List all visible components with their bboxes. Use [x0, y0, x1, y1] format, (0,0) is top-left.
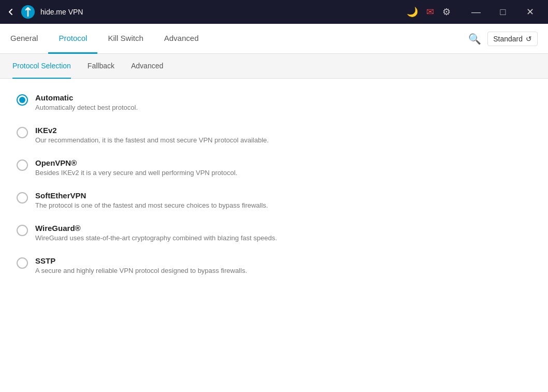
mail-icon[interactable]: ✉: [426, 6, 434, 18]
minimize-button[interactable]: —: [464, 0, 488, 24]
titlebar: hide.me VPN 🌙 ✉ ⚙ — □ ✕: [0, 0, 548, 24]
protocol-desc-automatic: Automatically detect best protocol.: [35, 104, 138, 111]
settings-icon[interactable]: ⚙: [442, 6, 451, 18]
protocol-option-ikev2[interactable]: IKEv2 Our recommendation, it is the fast…: [17, 126, 531, 144]
preset-selector[interactable]: Standard ↺: [487, 32, 538, 46]
titlebar-icons: 🌙 ✉ ⚙: [407, 6, 451, 18]
window-controls: — □ ✕: [464, 0, 542, 24]
protocol-option-openvpn[interactable]: OpenVPN® Besides IKEv2 it is a very secu…: [17, 158, 531, 177]
tab-kill-switch[interactable]: Kill Switch: [97, 24, 153, 54]
protocol-option-wireguard[interactable]: WireGuard® WireGuard uses state-of-the-a…: [17, 224, 531, 242]
close-button[interactable]: ✕: [518, 0, 542, 24]
protocol-desc-openvpn: Besides IKEv2 it is a very secure and we…: [35, 169, 237, 177]
subtab-fallback[interactable]: Fallback: [88, 54, 114, 79]
protocol-desc-ikev2: Our recommendation, it is the fastest an…: [35, 136, 269, 144]
tab-protocol[interactable]: Protocol: [48, 24, 97, 54]
radio-softether[interactable]: [17, 192, 28, 204]
protocol-desc-softether: The protocol is one of the fastest and m…: [35, 201, 268, 209]
radio-sstp[interactable]: [17, 257, 28, 269]
protocol-name-automatic: Automatic: [35, 93, 138, 102]
protocol-name-ikev2: IKEv2: [35, 126, 269, 135]
back-button[interactable]: [6, 7, 16, 17]
tab-advanced[interactable]: Advanced: [154, 24, 209, 54]
main-content: Automatic Automatically detect best prot…: [0, 79, 548, 303]
protocol-option-sstp[interactable]: SSTP A secure and highly reliable VPN pr…: [17, 256, 531, 274]
protocol-option-softether[interactable]: SoftEtherVPN The protocol is one of the …: [17, 191, 531, 209]
subtab-protocol-selection[interactable]: Protocol Selection: [12, 54, 71, 79]
nav-search-area: 🔍 Standard ↺: [468, 32, 538, 46]
radio-ikev2[interactable]: [17, 127, 28, 138]
night-mode-icon[interactable]: 🌙: [407, 6, 418, 18]
sub-tabs: Protocol Selection Fallback Advanced: [0, 54, 548, 79]
protocol-name-wireguard: WireGuard®: [35, 224, 277, 233]
app-logo: [21, 5, 35, 19]
protocol-desc-sstp: A secure and highly reliable VPN protoco…: [35, 267, 247, 274]
subtab-advanced[interactable]: Advanced: [131, 54, 163, 79]
tab-general[interactable]: General: [10, 24, 48, 54]
protocol-name-openvpn: OpenVPN®: [35, 158, 237, 167]
nav-tabs: General Protocol Kill Switch Advanced 🔍 …: [0, 24, 548, 54]
protocol-name-sstp: SSTP: [35, 256, 247, 265]
protocol-option-automatic[interactable]: Automatic Automatically detect best prot…: [17, 93, 531, 111]
radio-automatic[interactable]: [17, 94, 28, 106]
maximize-button[interactable]: □: [491, 0, 515, 24]
app-title: hide.me VPN: [40, 8, 83, 16]
search-icon[interactable]: 🔍: [468, 33, 481, 45]
radio-wireguard[interactable]: [17, 225, 28, 236]
protocol-name-softether: SoftEtherVPN: [35, 191, 268, 200]
radio-openvpn[interactable]: [17, 159, 28, 171]
protocol-desc-wireguard: WireGuard uses state-of-the-art cryptogr…: [35, 234, 277, 242]
